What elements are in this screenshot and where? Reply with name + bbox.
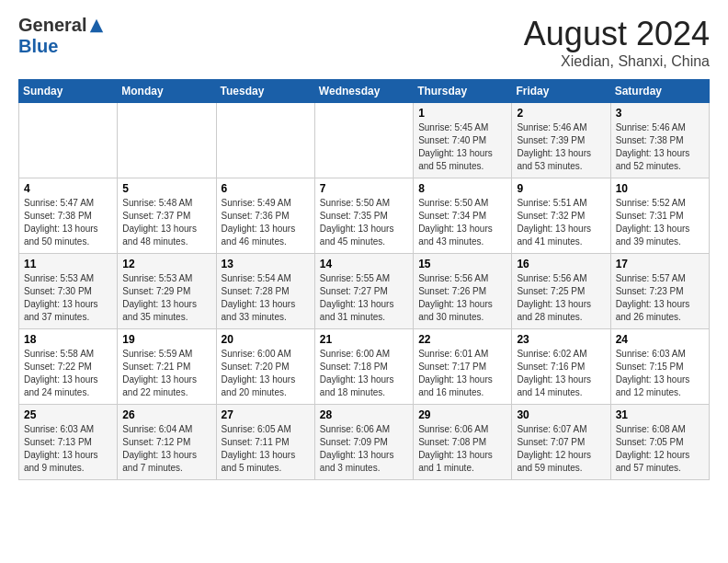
day-number: 29	[418, 408, 506, 421]
day-info: Sunrise: 6:03 AMSunset: 7:13 PMDaylight:…	[24, 423, 112, 475]
day-number: 5	[122, 182, 210, 195]
weekday-header-sunday: Sunday	[19, 80, 118, 103]
logo-icon	[88, 17, 105, 34]
day-number: 2	[517, 107, 605, 120]
day-number: 7	[320, 182, 408, 195]
day-number: 13	[222, 258, 310, 270]
logo: General Blue	[18, 15, 105, 57]
day-cell: 4Sunrise: 5:47 AMSunset: 7:38 PMDaylight…	[19, 178, 118, 254]
title-area: August 2024 Xiedian, Shanxi, China	[524, 15, 710, 70]
week-row-3: 11Sunrise: 5:53 AMSunset: 7:30 PMDayligh…	[19, 254, 710, 329]
day-cell	[216, 103, 314, 178]
day-cell	[314, 103, 413, 178]
day-number: 11	[24, 258, 112, 270]
weekday-header-tuesday: Tuesday	[216, 80, 314, 103]
day-cell: 10Sunrise: 5:52 AMSunset: 7:31 PMDayligh…	[610, 178, 709, 254]
day-number: 28	[320, 408, 408, 421]
day-cell: 31Sunrise: 6:08 AMSunset: 7:05 PMDayligh…	[610, 405, 709, 480]
day-number: 20	[222, 333, 310, 346]
day-info: Sunrise: 5:52 AMSunset: 7:31 PMDaylight:…	[616, 197, 704, 248]
day-info: Sunrise: 5:56 AMSunset: 7:26 PMDaylight:…	[418, 272, 506, 324]
weekday-header-saturday: Saturday	[610, 80, 709, 103]
day-info: Sunrise: 6:05 AMSunset: 7:11 PMDaylight:…	[222, 423, 310, 475]
day-info: Sunrise: 5:53 AMSunset: 7:29 PMDaylight:…	[122, 272, 210, 324]
day-info: Sunrise: 5:56 AMSunset: 7:25 PMDaylight:…	[517, 272, 605, 324]
day-info: Sunrise: 6:04 AMSunset: 7:12 PMDaylight:…	[122, 423, 210, 475]
day-cell: 22Sunrise: 6:01 AMSunset: 7:17 PMDayligh…	[414, 329, 512, 405]
day-cell: 14Sunrise: 5:55 AMSunset: 7:27 PMDayligh…	[314, 254, 413, 329]
day-cell: 3Sunrise: 5:46 AMSunset: 7:38 PMDaylight…	[610, 103, 709, 178]
day-number: 16	[517, 258, 605, 270]
day-cell: 17Sunrise: 5:57 AMSunset: 7:23 PMDayligh…	[610, 254, 709, 329]
day-cell: 25Sunrise: 6:03 AMSunset: 7:13 PMDayligh…	[19, 405, 118, 480]
day-number: 31	[616, 408, 704, 421]
day-number: 18	[24, 333, 112, 346]
day-info: Sunrise: 5:55 AMSunset: 7:27 PMDaylight:…	[320, 272, 408, 324]
weekday-header-monday: Monday	[118, 80, 216, 103]
day-cell: 9Sunrise: 5:51 AMSunset: 7:32 PMDaylight…	[512, 178, 610, 254]
week-row-5: 25Sunrise: 6:03 AMSunset: 7:13 PMDayligh…	[19, 405, 710, 480]
day-info: Sunrise: 6:08 AMSunset: 7:05 PMDaylight:…	[616, 423, 704, 475]
day-cell: 29Sunrise: 6:06 AMSunset: 7:08 PMDayligh…	[414, 405, 512, 480]
month-title: August 2024	[524, 15, 710, 53]
day-cell: 2Sunrise: 5:46 AMSunset: 7:39 PMDaylight…	[512, 103, 610, 178]
day-cell: 30Sunrise: 6:07 AMSunset: 7:07 PMDayligh…	[512, 405, 610, 480]
day-info: Sunrise: 5:53 AMSunset: 7:30 PMDaylight:…	[24, 272, 112, 324]
day-cell: 24Sunrise: 6:03 AMSunset: 7:15 PMDayligh…	[610, 329, 709, 405]
day-info: Sunrise: 5:57 AMSunset: 7:23 PMDaylight:…	[616, 272, 704, 324]
day-info: Sunrise: 6:06 AMSunset: 7:09 PMDaylight:…	[320, 423, 408, 475]
weekday-header-row: SundayMondayTuesdayWednesdayThursdayFrid…	[19, 80, 710, 103]
day-info: Sunrise: 6:07 AMSunset: 7:07 PMDaylight:…	[517, 423, 605, 475]
day-cell: 6Sunrise: 5:49 AMSunset: 7:36 PMDaylight…	[216, 178, 314, 254]
day-info: Sunrise: 5:47 AMSunset: 7:38 PMDaylight:…	[24, 197, 112, 248]
day-cell	[19, 103, 118, 178]
day-number: 26	[122, 408, 210, 421]
day-info: Sunrise: 6:00 AMSunset: 7:20 PMDaylight:…	[222, 348, 310, 399]
day-info: Sunrise: 6:03 AMSunset: 7:15 PMDaylight:…	[616, 348, 704, 399]
day-cell	[118, 103, 216, 178]
day-info: Sunrise: 5:59 AMSunset: 7:21 PMDaylight:…	[122, 348, 210, 399]
svg-marker-0	[90, 18, 103, 31]
day-info: Sunrise: 6:01 AMSunset: 7:17 PMDaylight:…	[418, 348, 506, 399]
day-info: Sunrise: 5:50 AMSunset: 7:35 PMDaylight:…	[320, 197, 408, 248]
day-number: 30	[517, 408, 605, 421]
logo-text: General	[18, 15, 105, 36]
day-info: Sunrise: 6:00 AMSunset: 7:18 PMDaylight:…	[320, 348, 408, 399]
day-info: Sunrise: 5:50 AMSunset: 7:34 PMDaylight:…	[418, 197, 506, 248]
header: General Blue August 2024 Xiedian, Shanxi…	[18, 15, 710, 70]
day-cell: 20Sunrise: 6:00 AMSunset: 7:20 PMDayligh…	[216, 329, 314, 405]
page-container: General Blue August 2024 Xiedian, Shanxi…	[0, 0, 728, 491]
day-number: 6	[222, 182, 310, 195]
day-cell: 16Sunrise: 5:56 AMSunset: 7:25 PMDayligh…	[512, 254, 610, 329]
logo-general: General	[18, 15, 86, 36]
day-info: Sunrise: 5:48 AMSunset: 7:37 PMDaylight:…	[122, 197, 210, 248]
day-cell: 15Sunrise: 5:56 AMSunset: 7:26 PMDayligh…	[414, 254, 512, 329]
day-cell: 1Sunrise: 5:45 AMSunset: 7:40 PMDaylight…	[414, 103, 512, 178]
day-number: 17	[616, 258, 704, 270]
day-number: 8	[418, 182, 506, 195]
weekday-header-thursday: Thursday	[414, 80, 512, 103]
day-info: Sunrise: 5:45 AMSunset: 7:40 PMDaylight:…	[418, 121, 506, 173]
logo-blue: Blue	[18, 36, 58, 57]
weekday-header-wednesday: Wednesday	[314, 80, 413, 103]
day-cell: 21Sunrise: 6:00 AMSunset: 7:18 PMDayligh…	[314, 329, 413, 405]
day-number: 1	[418, 107, 506, 120]
day-info: Sunrise: 5:51 AMSunset: 7:32 PMDaylight:…	[517, 197, 605, 248]
day-number: 25	[24, 408, 112, 421]
day-info: Sunrise: 5:54 AMSunset: 7:28 PMDaylight:…	[222, 272, 310, 324]
week-row-1: 1Sunrise: 5:45 AMSunset: 7:40 PMDaylight…	[19, 103, 710, 178]
week-row-4: 18Sunrise: 5:58 AMSunset: 7:22 PMDayligh…	[19, 329, 710, 405]
day-info: Sunrise: 5:58 AMSunset: 7:22 PMDaylight:…	[24, 348, 112, 399]
day-cell: 19Sunrise: 5:59 AMSunset: 7:21 PMDayligh…	[118, 329, 216, 405]
day-info: Sunrise: 6:02 AMSunset: 7:16 PMDaylight:…	[517, 348, 605, 399]
day-number: 12	[122, 258, 210, 270]
day-info: Sunrise: 5:46 AMSunset: 7:38 PMDaylight:…	[616, 121, 704, 173]
day-cell: 11Sunrise: 5:53 AMSunset: 7:30 PMDayligh…	[19, 254, 118, 329]
day-number: 10	[616, 182, 704, 195]
day-cell: 5Sunrise: 5:48 AMSunset: 7:37 PMDaylight…	[118, 178, 216, 254]
week-row-2: 4Sunrise: 5:47 AMSunset: 7:38 PMDaylight…	[19, 178, 710, 254]
day-info: Sunrise: 5:49 AMSunset: 7:36 PMDaylight:…	[222, 197, 310, 248]
day-cell: 27Sunrise: 6:05 AMSunset: 7:11 PMDayligh…	[216, 405, 314, 480]
day-cell: 18Sunrise: 5:58 AMSunset: 7:22 PMDayligh…	[19, 329, 118, 405]
day-cell: 8Sunrise: 5:50 AMSunset: 7:34 PMDaylight…	[414, 178, 512, 254]
